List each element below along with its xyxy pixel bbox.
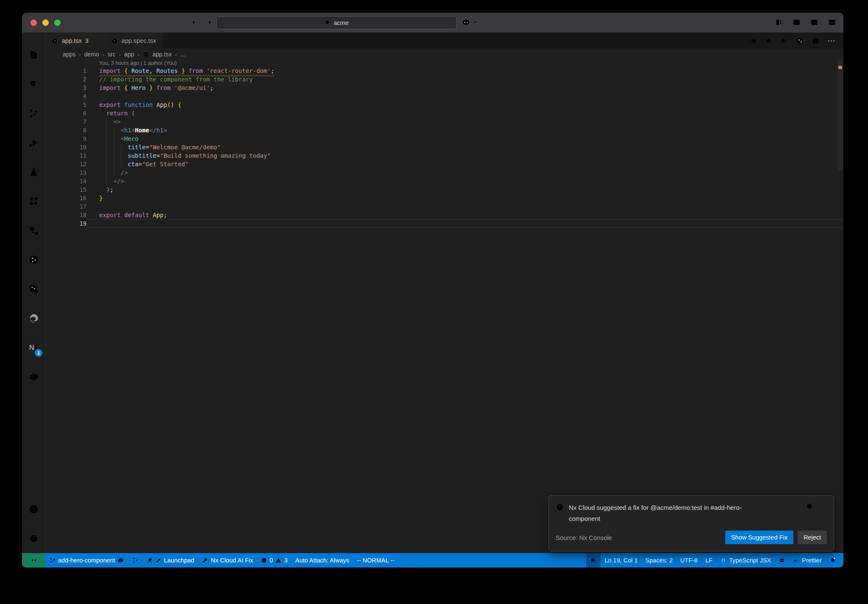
breadcrumb-item[interactable]: demo — [84, 51, 99, 58]
code-line-8[interactable]: 8 <h1>Home</h1> — [46, 126, 843, 134]
run-target-button[interactable] — [796, 36, 804, 45]
status-nx-project-graph[interactable] — [128, 553, 142, 568]
status-cursor-position[interactable]: Ln 19, Col 1 — [601, 553, 641, 568]
status-vim-mode[interactable]: -- NORMAL -- — [353, 553, 398, 568]
code-line-14[interactable]: 14 </> — [46, 177, 843, 185]
main-area: 1 app.tsx3app.spec.tsx apps›demo›src›app… — [22, 33, 843, 553]
code-line-5[interactable]: 5export function App() { — [46, 101, 843, 109]
toggle-panel-button[interactable] — [810, 18, 819, 27]
breadcrumb[interactable]: apps›demo›src›app›app.tsx›... — [46, 49, 843, 60]
copilot-menu[interactable] — [461, 17, 478, 27]
edge-icon — [28, 313, 39, 324]
previous-change-button[interactable] — [748, 36, 757, 45]
check-double-icon — [793, 557, 800, 564]
status-language-mode[interactable]: TypeScript JSX — [716, 553, 775, 568]
status-launchpad[interactable]: Launchpad — [142, 553, 198, 568]
activity-item-containers[interactable] — [22, 362, 45, 391]
breadcrumb-item[interactable]: app — [124, 51, 134, 58]
code-line-18[interactable]: 18export default App; — [46, 211, 843, 219]
code-line-4[interactable]: 4 — [46, 92, 843, 101]
code-line-3[interactable]: 3import { Hero } from '@acme/ui'; — [46, 84, 843, 92]
toggle-secondary-sidebar-button[interactable] — [828, 18, 837, 27]
files-icon — [28, 49, 39, 61]
activity-item-run-and-debug[interactable] — [22, 128, 45, 157]
scrollbar[interactable] — [837, 60, 843, 553]
status-copilot-status[interactable] — [775, 553, 789, 568]
warning-icon — [275, 557, 282, 564]
open-changes-button[interactable] — [764, 36, 773, 45]
code-line-15[interactable]: 15 ); — [46, 185, 843, 194]
go-back-button[interactable] — [191, 18, 199, 27]
split-editor-button[interactable] — [811, 36, 820, 45]
toggle-primary-sidebar-button[interactable] — [792, 18, 801, 27]
minimize-window-button[interactable] — [42, 20, 49, 26]
gear-icon — [28, 533, 39, 544]
more-actions-button[interactable] — [827, 36, 836, 45]
activity-item-nx-console[interactable]: 1 — [22, 333, 45, 362]
code-line-13[interactable]: 13 /> — [46, 168, 843, 177]
status-right: Ln 19, Col 1Spaces: 2UTF-8LFTypeScript J… — [586, 553, 843, 568]
command-center-search[interactable]: acme — [216, 16, 457, 29]
activity-item-manage-settings[interactable] — [22, 524, 45, 553]
code-line-9[interactable]: 9 <Hero — [46, 134, 843, 143]
status-notifications-bell[interactable] — [826, 553, 840, 568]
reject-button[interactable]: Reject — [798, 531, 827, 544]
scrollbar-slider[interactable] — [837, 60, 843, 171]
layout-panel-icon — [810, 18, 819, 27]
activity-item-search[interactable] — [22, 70, 45, 99]
activity-item-nx-graph[interactable] — [22, 245, 45, 274]
chevron-down-icon — [472, 20, 478, 25]
projects-icon — [28, 225, 39, 236]
tab-app-spec-tsx[interactable]: app.spec.tsx — [106, 33, 162, 49]
breadcrumb-item[interactable]: apps — [63, 51, 75, 58]
code-line-16[interactable]: 16} — [46, 194, 843, 202]
source-control-icon — [28, 108, 39, 119]
activity-item-testing[interactable] — [22, 157, 45, 187]
status-auto-attach[interactable]: Auto Attach: Always — [291, 553, 353, 568]
status-problems[interactable]: 03 — [257, 553, 291, 568]
close-tab-icon[interactable] — [94, 38, 100, 44]
next-change-button[interactable] — [780, 36, 789, 45]
notification-settings-icon[interactable] — [806, 502, 813, 510]
activity-item-extensions[interactable] — [22, 187, 45, 216]
status-eol[interactable]: LF — [701, 553, 716, 568]
status-indentation[interactable]: Spaces: 2 — [642, 553, 677, 568]
editor-tab-bar: app.tsx3app.spec.tsx — [46, 33, 843, 49]
breadcrumb-file[interactable]: app.tsx — [153, 51, 172, 58]
activity-item-nx-graph-search[interactable] — [22, 274, 45, 304]
indent-guide — [106, 117, 107, 185]
bell-dot-icon — [829, 557, 836, 564]
code-line-7[interactable]: 7 <> — [46, 117, 843, 126]
breadcrumb-item[interactable]: src — [108, 51, 116, 58]
remote-indicator[interactable] — [22, 553, 45, 568]
tab-app-tsx[interactable]: app.tsx3 — [46, 33, 106, 49]
braces-icon — [720, 557, 727, 564]
code-line-1[interactable]: 1import { Route, Routes } from 'react-ro… — [46, 67, 843, 75]
code-line-10[interactable]: 10 title="Welcmoe @acme/demo" — [46, 143, 843, 151]
extensions-icon — [28, 196, 39, 207]
close-window-button[interactable] — [31, 20, 37, 26]
activity-item-accounts[interactable] — [22, 495, 45, 524]
activity-item-source-control[interactable] — [22, 99, 45, 128]
activity-item-nx-projects[interactable] — [22, 216, 45, 245]
activity-item-explorer[interactable] — [22, 40, 45, 70]
customize-layout-button[interactable] — [774, 18, 783, 27]
code-line-2[interactable]: 2// importing the component from the lib… — [46, 75, 843, 84]
status-git-branch[interactable]: add-hero-component — [45, 553, 128, 568]
status-formatter-prettier[interactable]: Prettier — [789, 553, 826, 568]
status-zoom-indicator[interactable] — [586, 553, 601, 568]
show-suggested-fix-button[interactable]: Show Suggested Fix — [725, 531, 793, 544]
code-line-11[interactable]: 11 subtitle="Build something amazing tod… — [46, 151, 843, 160]
status-encoding[interactable]: UTF-8 — [676, 553, 701, 568]
code-line-19[interactable]: 19 — [46, 219, 843, 228]
go-forward-button[interactable] — [204, 18, 213, 27]
code-line-6[interactable]: 6 return ( — [46, 109, 843, 117]
code-line-12[interactable]: 12 cta="Get Started" — [46, 160, 843, 168]
status-nx-cloud-ai-fix[interactable]: Nx Cloud AI Fix — [198, 553, 257, 568]
code-line-17[interactable]: 17 — [46, 202, 843, 211]
zoom-window-button[interactable] — [54, 20, 61, 26]
activity-item-edge-tools[interactable] — [22, 304, 45, 333]
notification-message: Nx Cloud suggested a fix for @acme/demo:… — [569, 502, 742, 524]
code-editor[interactable]: You, 3 hours ago | 1 author (You) 1impor… — [46, 60, 843, 553]
notification-close-icon[interactable] — [819, 502, 827, 510]
